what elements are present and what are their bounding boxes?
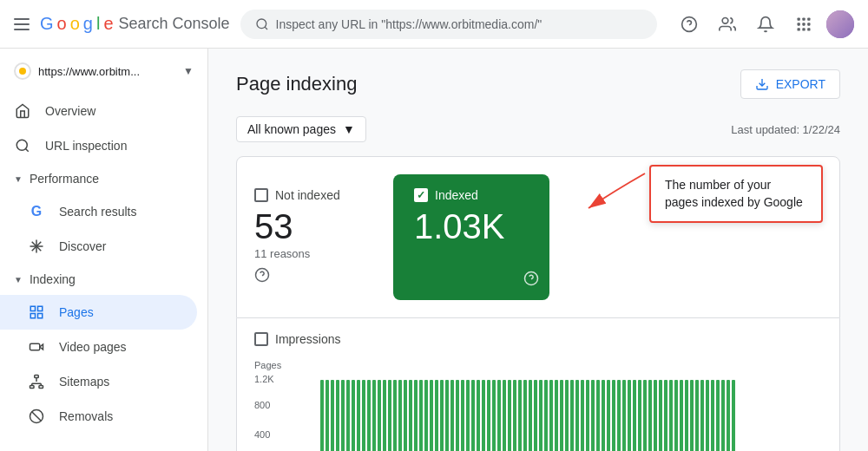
svg-line-15 xyxy=(25,148,28,151)
cards-with-annotation: Not indexed 53 11 reasons ✓ Indexed xyxy=(236,156,840,318)
chart-section: Impressions Pages 1.2K 800 400 0 xyxy=(236,318,840,451)
accounts-icon[interactable] xyxy=(712,9,743,40)
chart-bar xyxy=(617,380,621,452)
not-indexed-count: 53 xyxy=(254,209,372,244)
dropdown-arrow-icon: ▼ xyxy=(343,122,355,136)
chart-bar xyxy=(628,380,631,452)
site-selector[interactable]: https://www.orbitm... ▼ xyxy=(0,56,207,87)
sidebar-item-search-results[interactable]: G Search results xyxy=(0,194,197,229)
sidebar-item-label: Sitemaps xyxy=(59,375,109,389)
sidebar-item-sitemaps[interactable]: Sitemaps xyxy=(0,364,197,399)
chart-bar xyxy=(711,380,714,452)
chart-bar xyxy=(549,380,553,452)
not-indexed-text: Not indexed xyxy=(275,188,340,202)
url-search-bar[interactable]: Inspect any URL in "https://www.orbitmed… xyxy=(240,10,657,39)
pages-filter-dropdown[interactable]: All known pages ▼ xyxy=(236,116,366,142)
search-bar-icon xyxy=(14,137,31,154)
site-indicator xyxy=(14,62,31,80)
chart-bar xyxy=(544,380,548,452)
impressions-label: Impressions xyxy=(275,332,340,346)
sidebar-item-overview[interactable]: Overview xyxy=(0,94,197,128)
dropdown-arrow-icon: ▼ xyxy=(183,65,194,77)
caret-icon: ▼ xyxy=(14,174,23,184)
sidebar-item-pages[interactable]: Pages xyxy=(0,295,197,330)
indexed-checkbox[interactable]: ✓ xyxy=(414,188,428,202)
indexed-help-icon[interactable] xyxy=(523,271,539,290)
avatar[interactable] xyxy=(826,10,854,38)
chart-bar xyxy=(513,380,516,452)
bell-icon[interactable] xyxy=(750,9,781,40)
chart-bar xyxy=(398,380,402,452)
svg-rect-25 xyxy=(35,376,39,378)
chart-bar xyxy=(674,380,678,452)
svg-rect-26 xyxy=(30,386,35,389)
chart-bar xyxy=(612,380,615,452)
chart-bar xyxy=(529,380,532,452)
chart-bar xyxy=(643,380,647,452)
chart-bar xyxy=(414,380,418,452)
chart-bar xyxy=(367,380,371,452)
sidebar-item-label: Video pages xyxy=(59,340,127,354)
annotation-text: The number of your pages indexed by Goog… xyxy=(665,178,803,209)
chart-bar xyxy=(435,380,438,452)
chart-bar xyxy=(732,380,735,452)
sidebar-item-label: Pages xyxy=(59,305,94,319)
chart-bar xyxy=(456,380,459,452)
svg-rect-23 xyxy=(30,314,35,318)
svg-rect-7 xyxy=(807,17,810,20)
chart-bar xyxy=(638,380,641,452)
chart-y-label: Pages xyxy=(254,360,822,370)
chart-bar xyxy=(424,380,428,452)
chart-bar xyxy=(362,380,365,452)
chart-bar xyxy=(669,380,673,452)
chart-bar xyxy=(372,380,376,452)
chart-bar xyxy=(430,380,433,452)
chart-bar xyxy=(664,380,667,452)
app-title: Search Console xyxy=(119,15,230,33)
svg-rect-27 xyxy=(39,386,43,389)
svg-point-0 xyxy=(257,19,266,29)
chart-bar xyxy=(565,380,569,452)
export-button[interactable]: EXPORT xyxy=(740,69,840,99)
not-indexed-sub: 11 reasons xyxy=(254,247,372,260)
chart-bar xyxy=(659,380,662,452)
chart-bar xyxy=(378,380,381,452)
sidebar-item-discover[interactable]: Discover xyxy=(0,229,197,264)
apps-icon[interactable] xyxy=(788,9,819,40)
svg-rect-5 xyxy=(798,17,800,20)
sidebar-section-performance[interactable]: ▼ Performance xyxy=(0,163,207,194)
video-icon xyxy=(28,338,45,356)
chart-bar xyxy=(654,380,657,452)
sidebar-item-label: Removals xyxy=(59,409,113,423)
impressions-checkbox[interactable] xyxy=(254,332,268,346)
svg-rect-21 xyxy=(38,306,43,310)
menu-icon[interactable] xyxy=(14,18,30,30)
chart-bar xyxy=(602,380,605,452)
not-indexed-checkbox[interactable] xyxy=(254,188,268,202)
filter-label: All known pages xyxy=(247,122,336,136)
sidebar-item-url-inspection[interactable]: URL inspection xyxy=(0,128,197,163)
removals-icon xyxy=(28,408,45,425)
sidebar-item-removals[interactable]: Removals xyxy=(0,399,197,434)
chart-bar xyxy=(383,380,386,452)
chart-bar xyxy=(596,380,600,452)
asterisk-icon xyxy=(28,238,45,255)
indexed-card: ✓ Indexed 1.03K xyxy=(393,174,549,300)
avatar-image xyxy=(826,10,854,38)
sidebar-section-indexing[interactable]: ▼ Indexing xyxy=(0,264,207,295)
caret-icon: ▼ xyxy=(14,275,23,284)
chart-bar xyxy=(706,380,709,452)
main-content: Page indexing EXPORT All known pages ▼ L… xyxy=(208,49,868,451)
not-indexed-label: Not indexed xyxy=(254,188,372,202)
chart-bar xyxy=(440,380,444,452)
indexed-text: Indexed xyxy=(435,188,478,202)
filter-row: All known pages ▼ Last updated: 1/22/24 xyxy=(236,116,840,142)
help-circle-icon[interactable] xyxy=(254,267,372,286)
impressions-row: Impressions xyxy=(254,332,822,346)
svg-rect-6 xyxy=(802,17,805,20)
help-icon[interactable] xyxy=(674,9,705,40)
chart-bar xyxy=(450,380,454,452)
svg-rect-10 xyxy=(807,23,810,25)
chart-bar xyxy=(393,380,397,452)
sidebar-item-video-pages[interactable]: Video pages xyxy=(0,330,197,364)
